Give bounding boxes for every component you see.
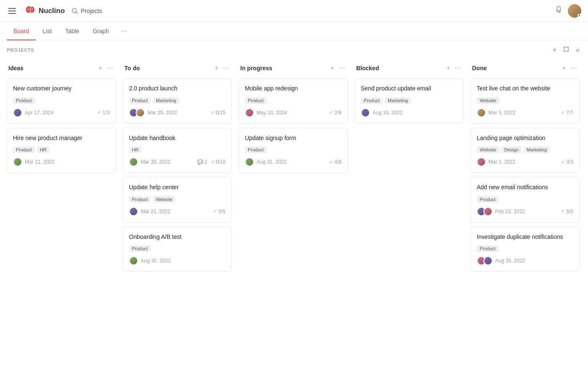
card-footer: Mar 3, 2022✓ 7/7 — [477, 108, 573, 117]
card[interactable]: Update help centerProductWebsiteMar 21, … — [123, 177, 232, 222]
card[interactable]: Investigate duplicate notificationsProdu… — [470, 227, 580, 272]
card-footer: Mar 11, 2022 — [13, 157, 110, 167]
logo-brain-icon — [24, 4, 35, 18]
tab-table[interactable]: Table — [58, 22, 86, 40]
card[interactable]: Landing page optimizationWebsiteDesignMa… — [470, 128, 580, 173]
card-check-stat: ✓ 4/8 — [329, 159, 341, 165]
card-tags: Product — [245, 146, 341, 153]
card-avatar — [245, 108, 254, 117]
card-tag[interactable]: Marketing — [385, 97, 411, 104]
search-area[interactable]: Projects — [71, 8, 102, 14]
card-tags: WebsiteDesignMarketing — [477, 146, 573, 153]
card-tag[interactable]: Website — [153, 196, 176, 203]
card-avatars — [477, 108, 486, 117]
card-title: Test live chat on the website — [477, 85, 573, 93]
card-tag[interactable]: Design — [501, 146, 522, 153]
column-more-button-ideas[interactable]: ⋯ — [106, 64, 114, 72]
card-tags: Product — [13, 97, 110, 104]
card-title: Send product update email — [361, 85, 457, 93]
card[interactable]: Onboarding A/B testProductAug 30, 2022 — [123, 227, 232, 272]
card-tag[interactable]: Product — [361, 97, 383, 104]
card-avatars — [129, 157, 138, 167]
card-tags: ProductHR — [13, 146, 110, 153]
card[interactable]: Add new email notificationsProductFeb 23… — [470, 177, 580, 222]
card-meta: Aug 16, 2022 — [361, 108, 402, 117]
column-more-button-done[interactable]: ⋯ — [570, 64, 578, 72]
column-more-button-todo[interactable]: ⋯ — [222, 64, 230, 72]
card-tag[interactable]: Website — [477, 146, 499, 153]
card-tag[interactable]: Marketing — [153, 97, 179, 104]
tab-more-button[interactable]: ⋯ — [118, 24, 130, 38]
collapse-button[interactable]: « — [574, 45, 581, 55]
card-tag[interactable]: Website — [477, 97, 499, 104]
card[interactable]: Test live chat on the websiteWebsiteMar … — [470, 78, 580, 124]
card-check-stat: ✓ 0/15 — [211, 110, 226, 116]
tab-board[interactable]: Board — [7, 22, 36, 40]
card[interactable]: Mobile app redesignProductMay 10, 2024✓ … — [239, 78, 348, 124]
card-tag[interactable]: Product — [129, 196, 151, 203]
card[interactable]: Hire new product managerProductHRMar 11,… — [7, 128, 116, 173]
card[interactable]: Update signup formProductAug 31, 2022✓ 4… — [239, 128, 348, 173]
tab-bar: BoardListTableGraph⋯ — [0, 22, 588, 40]
card-tag[interactable]: Product — [245, 97, 267, 104]
card-tag[interactable]: HR — [129, 146, 142, 153]
card-tag[interactable]: Product — [477, 245, 499, 252]
column-header-blocked: Blocked+⋯ — [354, 61, 464, 77]
card-tags: Product — [477, 196, 573, 203]
card-tag[interactable]: Marketing — [524, 146, 550, 153]
card-avatars — [129, 207, 138, 216]
column-actions-blocked: +⋯ — [446, 64, 462, 72]
check-icon: ✓ — [211, 110, 215, 115]
add-card-button-blocked[interactable]: + — [446, 64, 451, 72]
tab-graph[interactable]: Graph — [86, 22, 116, 40]
card-avatars — [477, 207, 493, 216]
card-check-stat: ✓ 1/3 — [97, 110, 110, 116]
card-tag[interactable]: Product — [129, 97, 151, 104]
card-stats: 💬 1✓ 0/10 — [197, 159, 226, 165]
column-more-button-in-progress[interactable]: ⋯ — [338, 64, 346, 72]
user-avatar-wrapper[interactable] — [568, 4, 581, 18]
check-icon: ✓ — [329, 110, 333, 115]
logo[interactable]: Nuclino — [24, 4, 65, 18]
add-card-button-done[interactable]: + — [562, 64, 567, 72]
card-stats: ✓ 0/15 — [211, 110, 226, 116]
add-card-button-todo[interactable]: + — [214, 64, 219, 72]
expand-button[interactable] — [562, 45, 571, 55]
card-avatar — [129, 157, 138, 167]
card-title: Add new email notifications — [477, 183, 573, 192]
card-avatar — [361, 108, 370, 117]
add-project-button[interactable]: + — [551, 45, 558, 55]
card-tag[interactable]: Product — [13, 146, 35, 153]
card[interactable]: Send product update emailProductMarketin… — [354, 78, 464, 124]
card-meta: Mar 25, 2022 — [129, 108, 177, 117]
card[interactable]: Update handbookHRMar 30, 2022💬 1✓ 0/10 — [123, 128, 232, 173]
column-title-in-progress: In progress — [240, 65, 272, 71]
card-tag[interactable]: Product — [13, 97, 35, 104]
card-meta: Mar 3, 2022 — [477, 108, 515, 117]
card-tag[interactable]: Product — [245, 146, 267, 153]
card-tag[interactable]: HR — [37, 146, 50, 153]
card[interactable]: New customer journeyProductApr 17, 2024✓… — [7, 78, 116, 124]
column-more-button-blocked[interactable]: ⋯ — [454, 64, 462, 72]
card-tag[interactable]: Product — [477, 196, 499, 203]
card-tag[interactable]: Product — [129, 245, 151, 252]
column-title-blocked: Blocked — [356, 65, 379, 71]
hamburger-button[interactable] — [7, 6, 18, 16]
card-meta: Apr 17, 2024 — [13, 108, 54, 117]
add-card-button-ideas[interactable]: + — [98, 64, 103, 72]
card[interactable]: 2.0 product launchProductMarketingMar 25… — [123, 78, 232, 124]
projects-label: PROJECTS — [7, 48, 34, 53]
projects-header: PROJECTS + « — [0, 40, 588, 58]
card-title: Update signup form — [245, 134, 341, 143]
card-avatar — [13, 157, 22, 167]
tab-list[interactable]: List — [36, 22, 58, 40]
card-meta: Mar 1, 2022 — [477, 157, 515, 167]
card-date: Feb 23, 2022 — [495, 209, 525, 214]
card-tags: Website — [477, 97, 573, 104]
column-header-ideas: Ideas+⋯ — [7, 61, 116, 77]
notification-bell-icon[interactable] — [554, 5, 563, 16]
card-chat-stat: 💬 1 — [197, 159, 207, 165]
add-card-button-in-progress[interactable]: + — [330, 64, 335, 72]
card-title: Mobile app redesign — [245, 85, 341, 93]
card-check-stat: ✓ 0/10 — [211, 159, 226, 165]
